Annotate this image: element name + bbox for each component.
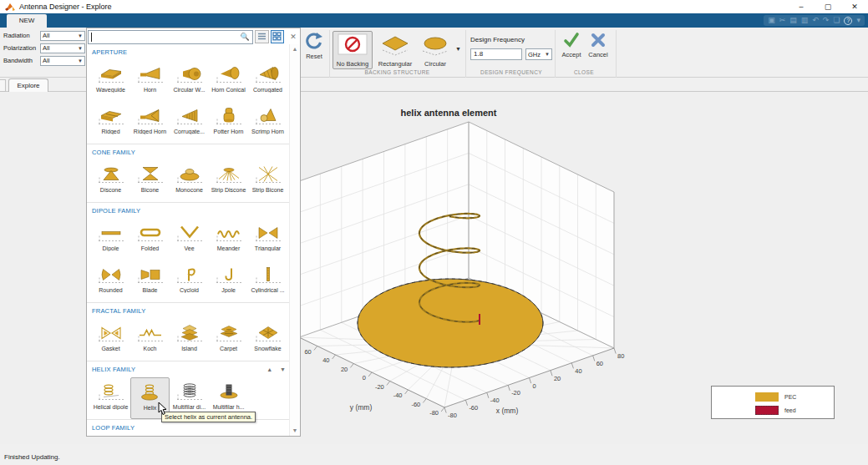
island-icon xyxy=(174,321,206,344)
scroll-down-icon[interactable]: ▼ xyxy=(290,426,300,436)
radiation-filter-label: Radiation xyxy=(3,32,40,39)
copy-icon[interactable]: ▤ xyxy=(789,15,797,26)
section-scroll-down-icon[interactable]: ▼ xyxy=(280,366,286,372)
circular-backing-label: Circular xyxy=(419,60,452,68)
strip-discone-icon xyxy=(213,163,245,185)
matlab-logo-icon xyxy=(5,3,15,12)
antenna-item-carpet[interactable]: Carpet xyxy=(209,319,248,361)
circular-backing-button[interactable]: Circular xyxy=(418,31,453,69)
antenna-item-label: Discone xyxy=(91,187,130,193)
tab-explore[interactable]: Explore xyxy=(8,78,48,92)
antenna-item-label: Vee xyxy=(170,245,209,251)
antenna-item-label: Helical dipole xyxy=(91,404,130,410)
antenna-item-cycloid[interactable]: Cycloid xyxy=(170,260,209,302)
vee-dipole-icon xyxy=(174,221,206,244)
antenna-item-gasket[interactable]: Gasket xyxy=(91,319,130,361)
radiation-filter-dropdown[interactable]: All▼ xyxy=(40,31,85,41)
antenna-item-cylindrical[interactable]: Cylindrical ... xyxy=(248,260,287,302)
antenna-item-label: Scrimp Horn xyxy=(248,129,287,134)
close-button[interactable]: ✕ xyxy=(841,0,868,13)
undo-icon[interactable]: ↶ xyxy=(812,15,819,26)
panel-collapse-handle[interactable] xyxy=(0,79,6,92)
antenna-item-corrugated[interactable]: Corrugated xyxy=(248,60,287,102)
antenna-item-scrimp-horn[interactable]: Scrimp Horn xyxy=(248,102,287,144)
reset-button[interactable]: Reset xyxy=(302,32,327,60)
antenna-item-label: Ridged xyxy=(91,129,130,134)
antenna-item-horn-conical[interactable]: Horn Conical xyxy=(209,60,248,102)
cut-icon[interactable]: ✂ xyxy=(779,15,786,26)
multifilar-helix-icon xyxy=(213,380,245,402)
gallery-section-title: APERTURE xyxy=(92,48,127,56)
antenna-item-helical-dipole[interactable]: Helical dipole xyxy=(91,377,130,419)
bandwidth-filter-dropdown[interactable]: All▼ xyxy=(40,56,85,66)
antenna-item-bicone[interactable]: Bicone xyxy=(130,160,170,202)
paste-icon[interactable]: ▥ xyxy=(801,15,809,26)
redo-icon[interactable]: ↷ xyxy=(823,15,830,26)
antenna-item-ridged-horn[interactable]: Ridged Horn xyxy=(130,102,170,144)
list-view-button[interactable] xyxy=(255,30,269,43)
helical-dipole-icon xyxy=(95,380,127,402)
antenna-item-strip-discone[interactable]: Strip Discone xyxy=(209,160,248,202)
grid-view-icon xyxy=(272,32,282,41)
antenna-item-potter-horn[interactable]: Potter Horn xyxy=(209,102,248,144)
antenna-item-dipole[interactable]: Dipole xyxy=(91,219,130,260)
scroll-up-icon[interactable]: ▲ xyxy=(290,44,300,54)
frequency-unit-dropdown[interactable]: GHz▼ xyxy=(525,48,552,60)
antenna-item-horn[interactable]: Horn xyxy=(130,60,170,102)
antenna-item-island[interactable]: Island xyxy=(170,319,209,361)
save-icon[interactable]: ▣ xyxy=(768,15,775,26)
antenna-item-monocone[interactable]: Monocone xyxy=(170,160,209,202)
antenna-item-label: Dipole xyxy=(91,245,130,251)
bandwidth-filter-value: All xyxy=(43,57,49,64)
search-input[interactable]: 🔍 xyxy=(88,30,253,44)
antenna-item-rounded[interactable]: Rounded xyxy=(91,260,130,302)
help-icon[interactable]: ? xyxy=(844,17,852,25)
x-axis-label: x (mm) xyxy=(496,407,519,415)
section-scroll-up-icon[interactable]: ▲ xyxy=(266,366,272,372)
antenna-item-discone[interactable]: Discone xyxy=(91,160,130,202)
tick-label: -60 xyxy=(411,401,420,408)
antenna-item-blade[interactable]: Blade xyxy=(130,260,170,302)
minimize-button[interactable]: – xyxy=(788,0,815,13)
antenna-item-jpole[interactable]: Jpole xyxy=(209,260,248,302)
polarization-filter-dropdown[interactable]: All▼ xyxy=(40,43,85,53)
antenna-item-label: Strip Discone xyxy=(209,187,248,193)
tab-new[interactable]: NEW xyxy=(7,14,47,28)
gallery-close-button[interactable]: ✕ xyxy=(287,30,300,43)
toolstrip-menu-icon[interactable]: ▾ xyxy=(856,15,860,26)
gallery-scrollbar[interactable]: ▲ ▼ xyxy=(289,44,299,436)
y-axis-label: y (mm) xyxy=(350,403,373,412)
gallery-section-title: HELIX FAMILY xyxy=(92,366,135,373)
tick-label: -20 xyxy=(375,383,384,391)
antenna-item-koch[interactable]: Koch xyxy=(130,319,170,361)
backing-gallery-expand-button[interactable]: ▼ xyxy=(455,46,461,52)
cancel-button-label: Cancel xyxy=(585,51,612,58)
rectangular-backing-button[interactable]: Rectangular xyxy=(373,31,417,69)
antenna-item-vee[interactable]: Vee xyxy=(170,219,209,260)
antenna-item-waveguide[interactable]: Waveguide xyxy=(91,60,130,102)
circular-backing-icon xyxy=(419,33,451,57)
maximize-button[interactable]: ▢ xyxy=(815,0,841,13)
cancel-x-icon xyxy=(590,32,607,48)
list-view-icon xyxy=(257,32,266,41)
radiation-filter-value: All xyxy=(43,32,49,39)
no-backing-button[interactable]: No Backing xyxy=(332,31,373,69)
antenna-item-strip-bicone[interactable]: Strip Bicone xyxy=(248,160,287,202)
antenna-item-ridged[interactable]: Ridged xyxy=(91,102,130,144)
ridged-horn-icon xyxy=(135,104,166,127)
gallery-section-header: FRACTAL FAMILY xyxy=(87,303,291,319)
antenna-item-corrugate[interactable]: Corrugate... xyxy=(170,102,209,144)
jpole-icon xyxy=(213,263,245,286)
grid-view-button[interactable] xyxy=(271,30,285,43)
antenna-item-triangular[interactable]: Triangular xyxy=(248,219,287,260)
meander-dipole-icon xyxy=(213,221,245,244)
accept-button[interactable]: Accept xyxy=(556,32,586,58)
antenna-item-circular-w[interactable]: Circular W... xyxy=(170,60,209,102)
tick-label: 80 xyxy=(617,352,624,360)
antenna-item-meander[interactable]: Meander xyxy=(209,219,248,260)
design-frequency-input[interactable]: 1.8 xyxy=(470,48,522,60)
antenna-item-folded[interactable]: Folded xyxy=(130,219,170,260)
cancel-button[interactable]: Cancel xyxy=(585,32,612,58)
layout-icon[interactable]: ❏ xyxy=(833,15,840,26)
antenna-item-snowflake[interactable]: Snowflake xyxy=(248,319,287,361)
